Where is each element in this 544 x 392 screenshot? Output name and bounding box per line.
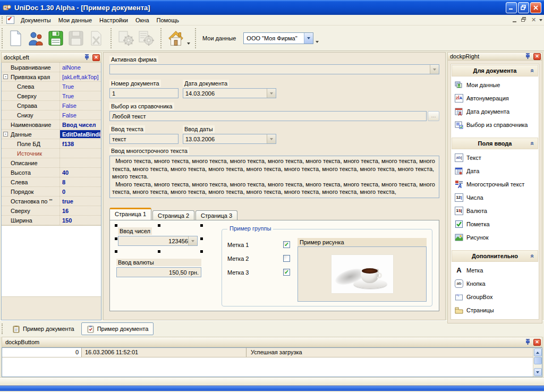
property-value[interactable]: 8 [60, 177, 101, 186]
mdi-close-icon[interactable]: ✕ [530, 16, 538, 23]
palette-item-reference[interactable]: Выбор из справочника [455, 121, 536, 129]
save-button[interactable] [46, 28, 66, 49]
selection-handle[interactable] [115, 250, 117, 253]
property-value[interactable] [60, 149, 101, 158]
dock-bottom-pin-icon[interactable] [524, 338, 532, 346]
my-data-button[interactable] [26, 28, 46, 49]
section-header-document[interactable]: Для документа « [452, 65, 538, 76]
numbers-field[interactable]: 123456 [118, 236, 198, 246]
selection-handle[interactable] [200, 224, 203, 227]
palette-item-picture[interactable]: Рисунок [455, 233, 536, 242]
menu-documents[interactable]: Документы [17, 16, 55, 24]
property-value[interactable]: [akLeft,akTop] [60, 72, 101, 81]
property-value[interactable]: alNone [60, 63, 101, 72]
property-value[interactable]: 40 [60, 168, 101, 177]
property-row[interactable]: Ширина 150 [2, 216, 101, 225]
palette-item-my-data[interactable]: Мои данные [455, 81, 536, 89]
palette-item-text[interactable]: ab| Текст [455, 154, 536, 162]
toolbar-drag-grip[interactable] [2, 28, 3, 48]
property-row[interactable]: Источник [2, 149, 101, 158]
palette-item-multiline[interactable]: A Многострочный текст [455, 180, 536, 189]
tab-page-3[interactable]: Страница 3 [196, 210, 237, 220]
section-header-input-fields[interactable]: Поля ввода « [452, 138, 538, 149]
selection-handle[interactable] [115, 224, 117, 227]
currency-field[interactable]: 150,50 грн. [116, 267, 201, 277]
dock-right-pin-icon[interactable] [524, 53, 532, 60]
reference-browse-button[interactable]: ... [428, 111, 439, 121]
check-row-2[interactable]: Метка 2 [227, 255, 290, 262]
picture-box[interactable] [298, 246, 427, 302]
selection-handle[interactable] [115, 237, 117, 240]
palette-item-button[interactable]: ab Кнопка [455, 279, 536, 288]
numbers-dropdown-icon[interactable] [188, 236, 197, 245]
doc-date-dropdown-icon[interactable] [267, 89, 276, 98]
property-row[interactable]: Остановка по '" true [2, 197, 101, 206]
property-value[interactable]: True [60, 91, 101, 100]
property-row[interactable]: Справа False [2, 101, 101, 110]
log-scrollbar[interactable] [533, 348, 542, 377]
property-value[interactable]: 16 [60, 206, 101, 215]
check-row-3[interactable]: Метка 3 ✓ [227, 269, 290, 276]
property-row[interactable]: Поле БД f138 [2, 139, 101, 149]
palette-item-numbers[interactable]: 12| Числа [455, 193, 536, 202]
restore-button[interactable] [518, 2, 529, 13]
collapse-chevron-icon[interactable]: « [529, 254, 537, 258]
section-header-additional[interactable]: Дополнительно « [452, 250, 538, 262]
selection-handle[interactable] [158, 224, 160, 227]
property-value[interactable]: False [60, 101, 101, 110]
dock-bottom-header[interactable]: dockpButtom ✕ [2, 337, 542, 347]
property-row[interactable]: Снизу False [2, 110, 101, 120]
property-row[interactable]: Выравнивание alNone [2, 63, 101, 72]
collapse-expander-icon[interactable]: - [3, 132, 8, 137]
new-document-button[interactable] [5, 28, 26, 49]
property-row[interactable]: Слева 8 [2, 177, 101, 187]
mdi-minimize-icon[interactable] [511, 16, 518, 23]
numbers-control-selected[interactable]: Ввод чисел 123456 [116, 226, 201, 251]
property-row[interactable]: -Привязка края [akLeft,akTop] [2, 72, 101, 82]
scroll-thumb[interactable] [534, 357, 542, 364]
memo-textarea[interactable]: Много текста, много текста, много текста… [109, 156, 439, 198]
firm-combobox[interactable]: ООО "Моя Фирма" [243, 32, 313, 44]
check-row-1[interactable]: Метка 1 ✓ [227, 241, 290, 248]
dock-left-close-icon[interactable]: ✕ [92, 54, 100, 61]
property-value[interactable]: true [60, 197, 101, 206]
firm-combobox-dropdown-icon[interactable] [304, 33, 313, 44]
selection-handle[interactable] [200, 250, 203, 253]
dock-left-header[interactable]: dockpLeft ✕ [1, 52, 101, 63]
selection-handle[interactable] [158, 250, 160, 253]
property-value[interactable] [60, 158, 101, 167]
property-row[interactable]: Сверху True [2, 91, 101, 101]
palette-item-doc-date[interactable]: Д Дата документа [455, 107, 536, 116]
home-button[interactable] [166, 28, 186, 49]
checkbox-unchecked-icon[interactable] [283, 255, 290, 262]
tabbar-drag-grip[interactable] [2, 323, 3, 334]
menu-drag-grip[interactable] [2, 16, 3, 23]
property-value[interactable]: True [60, 82, 101, 91]
palette-item-checkbox[interactable]: Пометка [455, 220, 536, 228]
dock-right-close-icon[interactable]: ✕ [533, 53, 541, 60]
menu-help[interactable]: Помощь [153, 16, 183, 24]
property-row[interactable]: Наименование Ввод чисел [2, 120, 101, 130]
toolbar-overflow-arrow-icon[interactable] [316, 41, 319, 45]
minimize-button[interactable] [506, 2, 517, 13]
dock-bottom-close-icon[interactable]: ✕ [533, 339, 541, 346]
reference-field[interactable]: Любой текст [109, 111, 427, 121]
menubar-overflow-arrow-icon[interactable] [539, 19, 542, 23]
doc-date-combobox[interactable]: 14.03.2006 [183, 88, 276, 98]
property-row[interactable]: Описание [2, 158, 101, 168]
home-dropdown-arrow-icon[interactable] [186, 28, 191, 48]
property-row[interactable]: Слева True [2, 82, 101, 91]
menu-settings[interactable]: Настройки [96, 16, 132, 24]
property-value[interactable]: f138 [60, 139, 101, 148]
mdi-restore-icon[interactable] [520, 16, 528, 23]
collapse-chevron-icon[interactable]: « [529, 69, 537, 73]
property-row[interactable]: Высота 40 [2, 168, 101, 177]
property-row-selected[interactable]: -Данные EditDataBinding] [2, 130, 101, 139]
checkbox-checked-icon[interactable]: ✓ [283, 241, 290, 248]
palette-item-label-control[interactable]: A Метка [455, 266, 536, 275]
log-row[interactable]: 0 16.03.2006 11:52:01 Успешная загрузка [2, 348, 533, 357]
property-value[interactable]: 150 [60, 216, 101, 225]
doc-number-field[interactable]: 1 [109, 88, 178, 98]
palette-item-currency[interactable]: 1$| Валюта [455, 207, 536, 215]
palette-item-date[interactable]: Дата [455, 167, 536, 175]
